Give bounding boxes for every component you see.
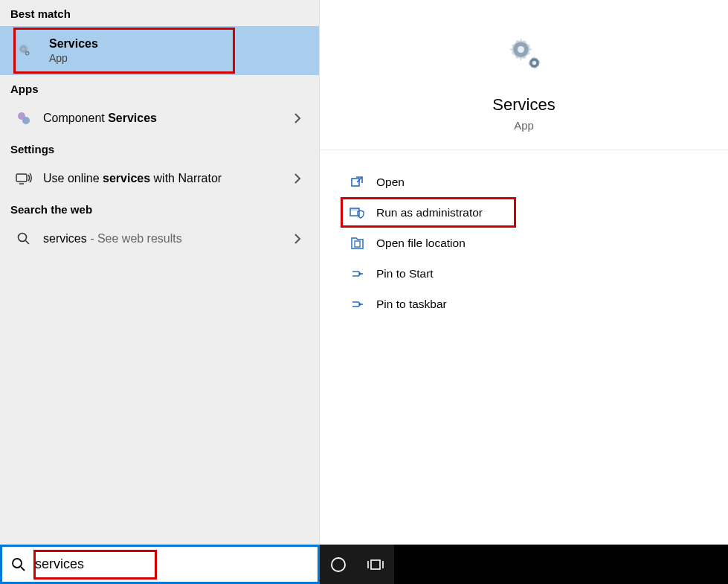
- web-item-services[interactable]: services - See web results: [0, 222, 319, 256]
- svg-point-1: [26, 52, 28, 54]
- svg-point-3: [22, 117, 30, 124]
- taskbar: [0, 545, 728, 584]
- search-icon: [13, 228, 34, 249]
- cortana-button[interactable]: [320, 545, 357, 584]
- svg-point-15: [13, 559, 22, 568]
- taskbar-right: [320, 545, 728, 584]
- svg-line-6: [26, 241, 30, 245]
- apps-item-component-services[interactable]: Component Services: [0, 101, 319, 135]
- chevron-right-icon[interactable]: [294, 234, 309, 244]
- apps-item-label: Component Services: [43, 112, 294, 125]
- action-label: Open file location: [376, 237, 466, 250]
- svg-rect-13: [350, 208, 359, 211]
- action-label: Pin to taskbar: [376, 298, 447, 311]
- component-services-icon: [13, 108, 34, 129]
- admin-shield-icon: [348, 204, 366, 222]
- open-icon: [348, 173, 366, 191]
- settings-item-narrator[interactable]: Use online services with Narrator: [0, 161, 319, 196]
- best-match-title: Services: [49, 37, 98, 51]
- details-subtitle: App: [514, 119, 534, 132]
- best-match-subtitle: App: [49, 52, 98, 64]
- search-web-header: Search the web: [0, 196, 319, 222]
- action-pin-to-start[interactable]: Pin to Start: [320, 258, 728, 289]
- search-results-panel: Best match Services App: [0, 0, 320, 545]
- taskbar-search-box[interactable]: [0, 545, 320, 584]
- svg-point-8: [518, 46, 524, 53]
- svg-point-5: [19, 234, 27, 242]
- action-open[interactable]: Open: [320, 167, 728, 197]
- gears-icon: [504, 33, 544, 73]
- task-view-button[interactable]: [357, 545, 394, 584]
- best-match-text: Services App: [49, 37, 98, 64]
- action-label: Open: [376, 176, 405, 189]
- pin-icon: [348, 295, 366, 313]
- svg-rect-14: [355, 241, 360, 247]
- settings-header: Settings: [0, 135, 319, 161]
- svg-line-16: [21, 567, 25, 571]
- svg-rect-4: [16, 174, 27, 182]
- gears-icon: [13, 39, 36, 62]
- apps-header: Apps: [0, 75, 319, 101]
- action-run-as-administrator[interactable]: Run as administrator: [320, 197, 728, 228]
- actions-list: Open Run as administrator Open file loca…: [320, 150, 728, 319]
- action-label: Pin to Start: [376, 267, 434, 280]
- chevron-right-icon[interactable]: [294, 173, 309, 184]
- web-item-label: services - See web results: [43, 232, 294, 246]
- best-match-item-services[interactable]: Services App: [0, 26, 319, 75]
- settings-item-label: Use online services with Narrator: [43, 172, 294, 185]
- details-title: Services: [492, 95, 555, 115]
- pin-icon: [348, 265, 366, 283]
- svg-rect-11: [352, 179, 359, 186]
- taskbar-empty: [394, 545, 728, 584]
- search-input[interactable]: [35, 556, 310, 572]
- chevron-right-icon[interactable]: [294, 113, 309, 123]
- details-hero: Services App: [320, 0, 728, 150]
- action-label: Run as administrator: [376, 206, 483, 219]
- svg-point-17: [332, 558, 345, 571]
- best-match-header: Best match: [0, 0, 319, 26]
- svg-rect-18: [371, 560, 380, 569]
- narrator-icon: [13, 168, 34, 189]
- search-icon: [10, 556, 28, 574]
- action-open-file-location[interactable]: Open file location: [320, 228, 728, 258]
- details-panel: Services App Open Run as administrator: [320, 0, 728, 545]
- action-pin-to-taskbar[interactable]: Pin to taskbar: [320, 289, 728, 319]
- folder-icon: [348, 234, 366, 252]
- highlight-box: [13, 28, 235, 74]
- svg-point-10: [532, 61, 535, 65]
